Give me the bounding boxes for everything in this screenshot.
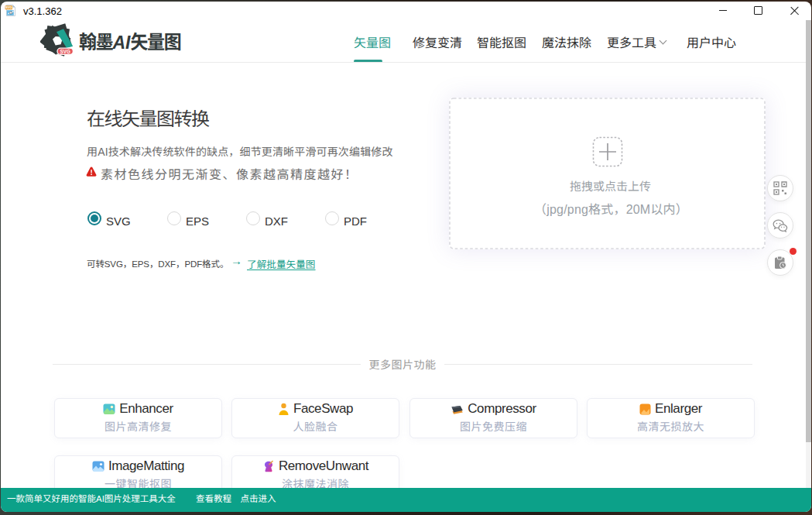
svg-text:SVG: SVG [60,49,70,54]
svg-text:SVG: SVG [5,5,12,9]
